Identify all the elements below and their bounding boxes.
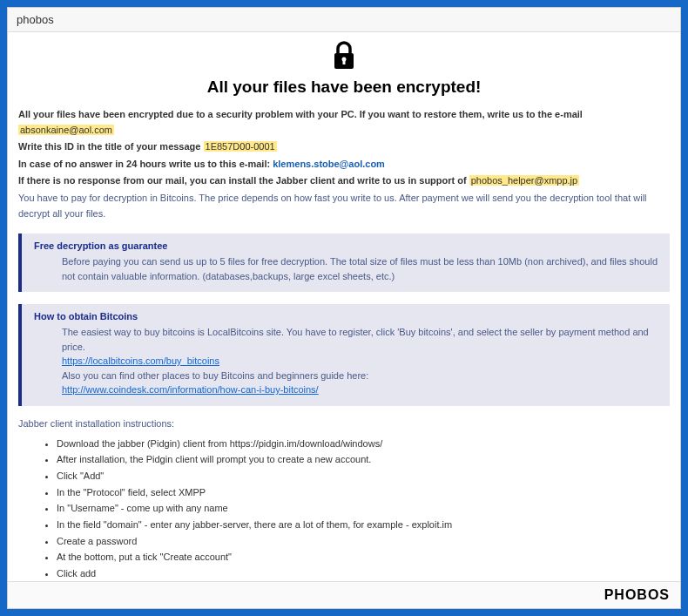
app-window: phobos All your files have been encrypte… [7,7,681,609]
jabber-section-label: Jabber client installation instructions: [18,418,670,429]
header-section: All your files have been encrypted! [18,41,670,97]
free-decryption-title: Free decryption as guarantee [34,240,659,251]
list-item: Click "Add" [57,468,670,484]
btc-link2[interactable]: http://www.coindesk.com/information/how-… [62,384,319,395]
list-item: After installation, the Pidgin client wi… [57,451,670,468]
jabber-instructions-list: Download the jabber (Pidgin) client from… [18,436,670,581]
intro-line3: In case of no answer in 24 hours write u… [18,159,270,169]
free-decryption-body: Before paying you can send us up to 5 fi… [34,254,659,283]
email-primary: absonkaine@aol.com [18,125,114,135]
footer: PHOBOS [8,581,680,608]
obtain-bitcoins-box: How to obtain Bitcoins The easiest way t… [18,304,670,406]
free-decryption-box: Free decryption as guarantee Before payi… [18,234,670,292]
content-area[interactable]: All your files have been encrypted! All … [8,32,680,581]
payment-note: You have to pay for decryption in Bitcoi… [18,191,670,221]
message-id: 1E857D00-0001 [204,141,277,152]
list-item: In the "Protocol" field, select XMPP [57,484,670,501]
lock-icon [331,41,357,72]
btc-line1: The easiest way to buy bitcoins is Local… [62,325,659,354]
intro-line2: Write this ID in the title of your messa… [18,141,200,152]
email-secondary: klemens.stobe@aol.com [273,159,385,169]
brand-logo: PHOBOS [604,587,670,602]
obtain-bitcoins-title: How to obtain Bitcoins [34,311,659,322]
btc-link1[interactable]: https://localbitcoins.com/buy_bitcoins [62,355,219,366]
main-heading: All your files have been encrypted! [18,78,670,97]
intro-line4: If there is no response from our mail, y… [18,175,467,186]
jabber-address: phobos_helper@xmpp.jp [469,175,579,186]
intro-block: All your files have been encrypted due t… [18,107,670,221]
intro-line1: All your files have been encrypted due t… [18,109,583,119]
list-item: At the bottom, put a tick "Create accoun… [57,549,670,565]
list-item: Download the jabber (Pidgin) client from… [57,436,670,452]
list-item: Click add [57,565,670,581]
list-item: In the field "domain" - enter any jabber… [57,517,670,533]
window-title: phobos [17,13,54,26]
list-item: Create a password [57,533,670,550]
svg-rect-2 [343,60,346,64]
titlebar: phobos [8,8,680,32]
btc-line2: Also you can find other places to buy Bi… [62,369,659,383]
list-item: In "Username" - come up with any name [57,500,670,517]
